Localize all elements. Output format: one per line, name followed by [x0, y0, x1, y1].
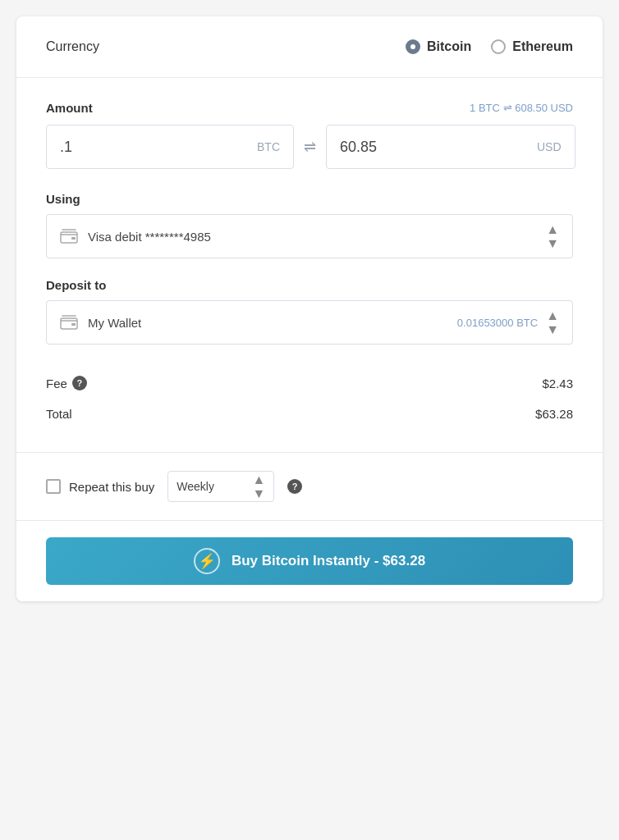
fee-text: Fee — [46, 377, 67, 390]
lightning-circle: ⚡ — [194, 548, 220, 574]
currency-section: Currency Bitcoin Ethereum — [16, 16, 603, 78]
deposit-arrows: ▲ ▼ — [546, 309, 559, 336]
currency-label: Currency — [46, 39, 99, 54]
currency-options: Bitcoin Ethereum — [406, 39, 573, 54]
swap-icon: ⇌ — [304, 138, 316, 156]
ethereum-radio-label: Ethereum — [512, 39, 573, 54]
exchange-rate: 1 BTC ⇌ 608.50 USD — [470, 102, 573, 114]
ethereum-radio-option[interactable]: Ethereum — [491, 39, 573, 54]
usd-input-wrap: USD — [326, 125, 575, 169]
repeat-label: Repeat this buy — [69, 480, 154, 494]
usd-input[interactable] — [340, 139, 530, 156]
wallet-icon — [60, 229, 78, 244]
repeat-help-icon[interactable]: ? — [287, 479, 302, 494]
using-select[interactable]: Visa debit ********4985 ▲ ▼ — [46, 214, 573, 258]
amount-inputs: BTC ⇌ USD — [46, 125, 573, 169]
frequency-value: Weekly — [177, 480, 214, 493]
deposit-wallet-balance: 0.01653000 BTC — [457, 317, 538, 329]
using-section: Using Visa debit ********4985 ▲ ▼ — [46, 192, 573, 258]
exchange-rate-usd: 608.50 USD — [515, 102, 573, 114]
deposit-select[interactable]: My Wallet 0.01653000 BTC ▲ ▼ — [46, 300, 573, 345]
bitcoin-radio-option[interactable]: Bitcoin — [406, 39, 471, 54]
wallet-icon-2 — [60, 315, 78, 330]
deposit-wallet-name: My Wallet — [88, 316, 457, 330]
fee-row: Fee ? $2.43 — [46, 368, 573, 399]
lightning-icon: ⚡ — [198, 552, 216, 570]
amount-label: Amount — [46, 101, 93, 115]
buy-bitcoin-card: Currency Bitcoin Ethereum Amount 1 BTC ⇌… — [16, 16, 603, 601]
fee-help-icon[interactable]: ? — [72, 376, 87, 390]
using-arrows: ▲ ▼ — [546, 223, 559, 250]
ethereum-radio-circle — [491, 39, 506, 54]
buy-button-label: Buy Bitcoin Instantly - $63.28 — [232, 553, 425, 569]
bitcoin-radio-label: Bitcoin — [427, 39, 471, 54]
btc-input-wrap: BTC — [46, 125, 294, 169]
total-label: Total — [46, 407, 72, 421]
fee-section: Fee ? $2.43 Total $63.28 — [46, 364, 573, 429]
bitcoin-radio-circle — [406, 39, 420, 54]
amount-header: Amount 1 BTC ⇌ 608.50 USD — [46, 101, 573, 115]
amount-section: Amount 1 BTC ⇌ 608.50 USD BTC ⇌ USD — [46, 101, 573, 169]
frequency-select[interactable]: Weekly ▲ ▼ — [167, 471, 274, 502]
frequency-arrows: ▲ ▼ — [252, 473, 265, 500]
svg-rect-1 — [71, 237, 76, 240]
deposit-label: Deposit to — [46, 278, 573, 292]
repeat-section: Repeat this buy Weekly ▲ ▼ ? — [16, 453, 603, 521]
deposit-section: Deposit to My Wallet 0.01653000 BTC ▲ ▼ — [46, 278, 573, 345]
repeat-checkbox-wrap[interactable]: Repeat this buy — [46, 479, 154, 494]
total-amount: $63.28 — [535, 407, 573, 421]
svg-rect-3 — [71, 323, 76, 326]
btc-tag: BTC — [257, 140, 280, 153]
exchange-rate-btc: 1 BTC — [470, 102, 500, 114]
fee-amount: $2.43 — [542, 377, 573, 390]
usd-tag: USD — [537, 140, 562, 153]
using-selected: Visa debit ********4985 — [88, 230, 546, 244]
main-content: Amount 1 BTC ⇌ 608.50 USD BTC ⇌ USD — [16, 78, 603, 453]
fee-label: Fee ? — [46, 376, 87, 390]
buy-button[interactable]: ⚡ Buy Bitcoin Instantly - $63.28 — [46, 537, 573, 585]
repeat-checkbox[interactable] — [46, 479, 61, 494]
buy-section: ⚡ Buy Bitcoin Instantly - $63.28 — [16, 521, 603, 601]
exchange-arrow: ⇌ — [503, 102, 512, 114]
using-label: Using — [46, 192, 573, 206]
btc-input[interactable] — [60, 139, 250, 156]
total-row: Total $63.28 — [46, 399, 573, 429]
